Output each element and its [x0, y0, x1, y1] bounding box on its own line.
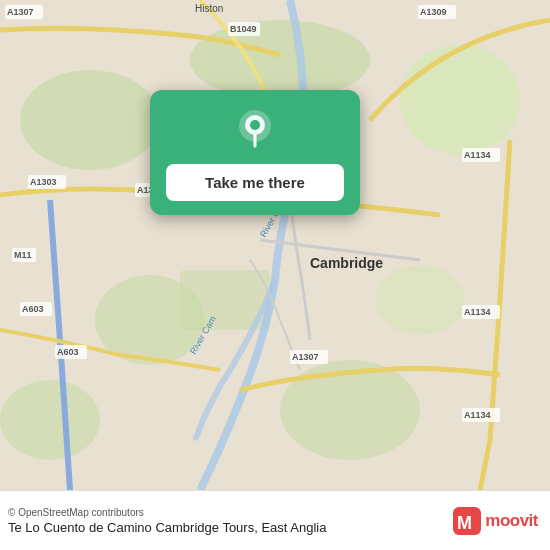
- svg-text:M: M: [457, 513, 472, 533]
- attribution-text: © OpenStreetMap contributors: [8, 507, 326, 518]
- svg-point-7: [375, 265, 465, 335]
- take-me-there-button[interactable]: Take me there: [166, 164, 344, 201]
- svg-text:A603: A603: [22, 304, 44, 314]
- moovit-icon: M: [453, 507, 481, 535]
- svg-text:A1134: A1134: [464, 150, 491, 160]
- svg-text:B1049: B1049: [230, 24, 257, 34]
- svg-text:A1303: A1303: [30, 177, 57, 187]
- svg-point-1: [20, 70, 160, 170]
- svg-point-3: [400, 45, 520, 155]
- svg-text:M11: M11: [14, 250, 32, 260]
- svg-text:A1309: A1309: [420, 7, 447, 17]
- svg-point-2: [190, 20, 370, 100]
- popup-card: Take me there: [150, 90, 360, 215]
- bottom-left-info: © OpenStreetMap contributors Te Lo Cuent…: [8, 507, 326, 535]
- location-pin-icon: [233, 108, 277, 152]
- svg-point-6: [0, 380, 100, 460]
- svg-text:A1134: A1134: [464, 307, 491, 317]
- svg-text:A1307: A1307: [292, 352, 319, 362]
- svg-text:Histon: Histon: [195, 3, 223, 14]
- svg-point-5: [280, 360, 420, 460]
- moovit-text: moovit: [485, 511, 538, 531]
- svg-text:Cambridge: Cambridge: [310, 255, 383, 271]
- bottom-bar: © OpenStreetMap contributors Te Lo Cuent…: [0, 490, 550, 550]
- svg-text:A1307: A1307: [7, 7, 34, 17]
- svg-point-39: [250, 120, 260, 130]
- svg-text:A1134: A1134: [464, 410, 491, 420]
- moovit-logo: M moovit: [453, 507, 538, 535]
- svg-text:A603: A603: [57, 347, 79, 357]
- tour-name-text: Te Lo Cuento de Camino Cambridge Tours, …: [8, 520, 326, 535]
- map-container: Cambridge A1307 A1309 B1049 A1303 A1303 …: [0, 0, 550, 490]
